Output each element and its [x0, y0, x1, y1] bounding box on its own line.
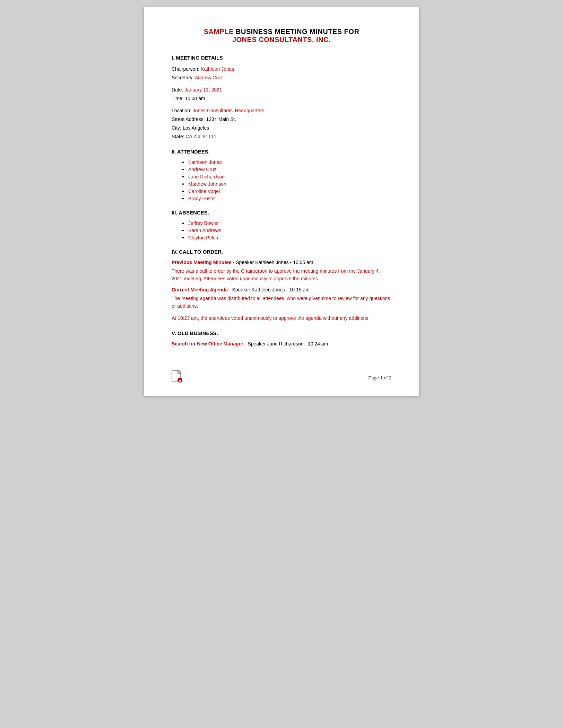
title-line2: JONES CONSULTANTS, INC.: [172, 36, 391, 44]
chairperson-value: Kathleen Jones: [201, 66, 234, 72]
attendees-list: Kathleen Jones Andrew Cruz Jane Richards…: [172, 159, 391, 201]
list-item: Brady Foster: [182, 196, 391, 201]
document-title: SAMPLE BUSINESS MEETING MINUTES FOR JONE…: [172, 28, 391, 44]
zip-label: Zip:: [192, 134, 203, 139]
location-field: Location: Jones Consultants' Headquarter…: [172, 107, 391, 114]
attendees-section: II. ATTENDEES. Kathleen Jones Andrew Cru…: [172, 149, 391, 201]
location-label: Location:: [172, 108, 193, 113]
previous-minutes-body: There was a call to order by the Chairpe…: [172, 267, 391, 283]
list-item: Matthew Johnson: [182, 181, 391, 187]
city-label: City:: [172, 125, 183, 131]
absences-section: III. ABSENCES. Jeffrey Bowler Sarah Andr…: [172, 210, 391, 240]
current-agenda-rest: - Speaker Kathleen Jones - 10:15 am: [228, 287, 310, 292]
location-value: Jones Consultants' Headquarters: [193, 108, 265, 113]
list-item: Sarah Andrews: [182, 228, 391, 233]
zip-value: 91111: [203, 134, 216, 139]
previous-minutes-heading: Previous Meeting Minutes - Speaker Kathl…: [172, 260, 391, 265]
city-field: City: Los Angeles: [172, 124, 391, 132]
list-item: Caroline Vogel: [182, 188, 391, 194]
previous-minutes-rest: - Speaker Kathleen Jones - 10:05 am: [232, 260, 313, 265]
state-zip-field: State: CA Zip: 91111: [172, 133, 391, 140]
list-item: Jeffrey Bowler: [182, 220, 391, 226]
list-item: Andrew Cruz: [182, 167, 391, 172]
street-label: Street Address:: [172, 116, 206, 122]
current-agenda-body2: At 10:23 am, the attendees voted unanimo…: [172, 314, 391, 322]
new-office-manager-rest: - Speaker Jane Richardson - 10:24 am: [243, 341, 328, 347]
date-label: Date:: [172, 87, 184, 93]
new-office-manager-heading: Search for New Office Manager - Speaker …: [172, 341, 391, 347]
chairperson-secretary-block: Chairperson: Kathleen Jones Secretary: A…: [172, 65, 391, 81]
date-time-block: Date: January 11, 2021 Time: 10:00 am: [172, 86, 391, 102]
title-sample-word: SAMPLE: [204, 28, 234, 35]
attendees-heading: II. ATTENDEES.: [172, 149, 391, 155]
absences-list: Jeffrey Bowler Sarah Andrews Clayton Pel…: [172, 220, 391, 240]
call-to-order-section: IV. CALL TO ORDER. Previous Meeting Minu…: [172, 249, 391, 322]
secretary-field: Secretary: Andrew Cruz: [172, 74, 391, 81]
chairperson-field: Chairperson: Kathleen Jones: [172, 65, 391, 73]
list-item: Kathleen Jones: [182, 159, 391, 165]
time-field: Time: 10:00 am: [172, 95, 391, 102]
state-value: CA: [185, 134, 192, 139]
street-field: Street Address: 1234 Main St.: [172, 116, 391, 123]
current-agenda-bold: Current Meeting Agenda: [172, 287, 228, 292]
footer-document-icon: e: [172, 370, 182, 385]
svg-text:e: e: [179, 379, 181, 383]
list-item: Jane Richardson: [182, 174, 391, 179]
title-line1-suffix: BUSINESS MEETING MINUTES FOR: [234, 28, 359, 35]
old-business-heading: V. OLD BUSINESS.: [172, 330, 391, 336]
location-block: Location: Jones Consultants' Headquarter…: [172, 107, 391, 140]
list-item: Clayton Pelch: [182, 235, 391, 240]
state-label: State:: [172, 134, 185, 139]
time-value: 10:00 am: [185, 96, 205, 101]
chairperson-label: Chairperson:: [172, 66, 201, 72]
date-value: January 11, 2021: [184, 87, 222, 93]
new-office-manager-bold: Search for New Office Manager: [172, 341, 243, 347]
city-value: Los Angeles: [183, 125, 209, 131]
absences-heading: III. ABSENCES.: [172, 210, 391, 216]
current-agenda-heading: Current Meeting Agenda - Speaker Kathlee…: [172, 287, 391, 292]
time-label: Time:: [172, 96, 185, 101]
document-footer: e Page 1 of 2: [172, 370, 391, 385]
current-agenda-body1: The meeting agenda was distributed to al…: [172, 295, 391, 310]
document-page: SAMPLE BUSINESS MEETING MINUTES FOR JONE…: [144, 7, 419, 396]
page-number: Page 1 of 2: [369, 375, 392, 380]
title-line1: SAMPLE BUSINESS MEETING MINUTES FOR: [172, 28, 391, 36]
date-field: Date: January 11, 2021: [172, 86, 391, 94]
previous-minutes-bold: Previous Meeting Minutes: [172, 260, 232, 265]
street-value: 1234 Main St.: [206, 116, 236, 122]
meeting-details-heading: I. MEETING DETAILS: [172, 55, 391, 61]
secretary-value: Andrew Cruz: [195, 75, 223, 80]
meeting-details-section: I. MEETING DETAILS Chairperson: Kathleen…: [172, 55, 391, 140]
call-to-order-heading: IV. CALL TO ORDER.: [172, 249, 391, 255]
secretary-label: Secretary:: [172, 75, 195, 80]
old-business-section: V. OLD BUSINESS. Search for New Office M…: [172, 330, 391, 347]
